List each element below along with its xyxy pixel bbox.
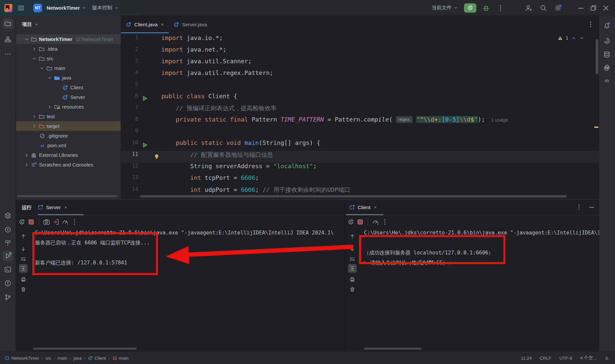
code-with-me-button[interactable] — [524, 3, 534, 13]
tree-chevron-icon[interactable] — [24, 37, 29, 42]
breadcrumb-main[interactable]: mmain — [112, 356, 129, 361]
kebab-icon[interactable] — [381, 218, 388, 225]
tree-item-pom-xml[interactable]: mpom.xml — [16, 141, 121, 150]
tree-item-java[interactable]: java — [16, 73, 121, 83]
inspections-widget[interactable]: 1 — [558, 35, 584, 41]
run-tab-server[interactable]: Server× — [38, 199, 67, 215]
tree-item-external-libraries[interactable]: External Libraries — [16, 150, 121, 160]
breadcrumb-client[interactable]: CClient — [88, 356, 106, 361]
breadcrumb-networktimer[interactable]: NetworkTimer — [5, 356, 39, 361]
minimize-button[interactable] — [576, 4, 584, 12]
rerun-icon[interactable] — [347, 218, 354, 225]
tool-strip-build[interactable] — [3, 238, 13, 248]
tree-item-src[interactable]: src — [16, 54, 121, 63]
breadcrumb-main[interactable]: main — [58, 356, 67, 361]
editor-vertical-scrollbar[interactable] — [596, 39, 598, 74]
tree-chevron-icon[interactable] — [32, 114, 37, 119]
tab-server-java[interactable]: CServer.java — [169, 16, 212, 33]
run-line-icon[interactable] — [142, 95, 148, 102]
tab-close-icon[interactable]: × — [374, 205, 377, 210]
camera-icon[interactable] — [43, 218, 50, 225]
gauge-icon[interactable] — [62, 218, 69, 225]
line-number[interactable]: 13 — [121, 174, 138, 186]
tab-options-kebab-icon[interactable] — [587, 21, 594, 28]
tree-item-idea[interactable]: .idea — [16, 44, 121, 54]
gutter-scrollend-button[interactable] — [19, 264, 28, 273]
gutter-trash-button[interactable] — [348, 285, 357, 294]
line-number[interactable]: 7 — [121, 104, 138, 116]
intention-bulb-icon[interactable] — [154, 154, 160, 160]
close-button[interactable] — [601, 4, 609, 12]
tool-strip-m-italic[interactable]: m — [602, 75, 612, 86]
tool-strip-terminal[interactable] — [3, 264, 13, 275]
tool-strip-git[interactable] — [3, 292, 13, 302]
status-item-11-24[interactable]: 11:24 — [521, 356, 532, 361]
gauge-icon[interactable] — [372, 218, 379, 225]
tool-strip-folder[interactable] — [3, 18, 13, 29]
console-horizontal-scrollbar[interactable] — [33, 348, 137, 350]
gutter-trash-button[interactable] — [19, 285, 28, 294]
tool-strip-bell[interactable] — [602, 20, 612, 31]
gutter-scrollend-button[interactable] — [348, 264, 357, 273]
status-item-4[interactable]: 4 个空... — [580, 355, 597, 361]
project-horizontal-scrollbar[interactable] — [17, 195, 117, 197]
run-configuration-selector[interactable]: 当前文件 — [430, 3, 459, 12]
line-number[interactable]: 8 — [121, 116, 138, 128]
stop-icon[interactable] — [357, 218, 364, 225]
settings-button[interactable] — [553, 3, 563, 13]
run-button[interactable] — [464, 3, 476, 13]
rerun-icon[interactable] — [18, 218, 25, 225]
project-panel-header[interactable]: 项目 — [16, 16, 121, 33]
tree-item-client[interactable]: CClient — [16, 83, 121, 92]
tree-item-target[interactable]: target — [16, 121, 121, 131]
status-item-utf-8[interactable]: UTF-8 — [559, 356, 572, 361]
lock-icon[interactable] — [605, 356, 609, 360]
line-number[interactable]: 10 — [121, 139, 138, 151]
gutter-softwrap-button[interactable] — [348, 255, 357, 263]
more-actions-button[interactable] — [496, 3, 506, 13]
tree-chevron-icon[interactable] — [47, 105, 52, 109]
kebab-icon[interactable] — [576, 204, 582, 210]
tree-item-server[interactable]: CServer — [16, 92, 121, 102]
line-number[interactable]: 5 — [121, 81, 138, 93]
tool-strip-problems[interactable] — [3, 278, 13, 288]
line-number[interactable]: 12 — [121, 163, 138, 174]
tab-close-icon[interactable]: × — [161, 22, 164, 27]
line-number[interactable]: 11 — [121, 151, 138, 163]
vcs-widget[interactable]: 版本控制 — [91, 3, 120, 12]
console-horizontal-scrollbar[interactable] — [364, 348, 422, 350]
tool-strip-database[interactable] — [602, 49, 612, 60]
tree-item-networktimer[interactable]: NetworkTimerD:\NetworkTimer — [16, 34, 121, 44]
status-item-crlf[interactable]: CRLF — [540, 356, 551, 361]
tree-chevron-icon[interactable] — [32, 124, 37, 129]
tool-strip-services[interactable] — [3, 224, 13, 235]
run-line-icon[interactable] — [142, 142, 148, 148]
gutter-up-button[interactable] — [348, 232, 357, 240]
tree-chevron-icon[interactable] — [47, 76, 52, 80]
tab-close-icon[interactable]: × — [64, 205, 67, 210]
gutter-up-button[interactable] — [19, 232, 28, 240]
gutter-down-button[interactable] — [19, 245, 28, 253]
editor-horizontal-scrollbar[interactable] — [140, 195, 567, 197]
chevron-up-icon[interactable] — [571, 36, 576, 41]
tool-strip-more-h[interactable] — [3, 49, 13, 59]
tree-item-main[interactable]: main — [16, 63, 121, 73]
tree-item-gitignore[interactable]: .gitignore — [16, 131, 121, 141]
gutter-down-button[interactable] — [348, 245, 357, 253]
kebab-icon[interactable] — [71, 218, 78, 225]
stop-icon[interactable] — [28, 218, 35, 225]
tool-strip-layers[interactable] — [3, 210, 13, 221]
tree-item-scratches-and-consoles[interactable]: Scratches and Consoles — [16, 160, 121, 170]
gutter-softwrap-button[interactable] — [19, 255, 28, 263]
hide-pane-icon[interactable] — [588, 204, 595, 210]
project-widget[interactable]: NetworkTimer — [45, 4, 88, 12]
tree-chevron-icon[interactable] — [40, 66, 44, 71]
main-menu-button[interactable] — [16, 3, 26, 13]
gutter-print-button[interactable] — [348, 275, 357, 284]
breadcrumb-java[interactable]: java — [73, 356, 82, 361]
tab-client-java[interactable]: CClient.java× — [121, 16, 169, 33]
chevron-down-icon[interactable] — [579, 36, 584, 41]
attach-icon[interactable] — [52, 218, 59, 225]
line-number[interactable]: 1 — [121, 34, 138, 46]
breadcrumb-src[interactable]: src — [45, 356, 51, 361]
